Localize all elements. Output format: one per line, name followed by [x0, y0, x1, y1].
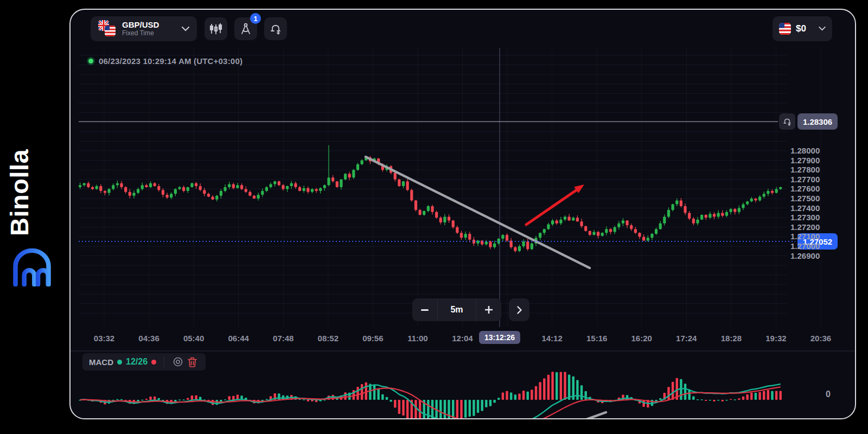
trading-panel: GBP/USD Fixed Time 1	[69, 9, 856, 419]
time-axis-label: 06:44	[228, 334, 248, 343]
time-axis-label: 16:20	[631, 334, 652, 343]
time-axis-label: 05:40	[183, 334, 204, 343]
time-axis-label: 08:52	[318, 334, 339, 343]
time-axis-label: 14:12	[541, 334, 562, 343]
plus-icon	[485, 306, 493, 314]
remove-indicator-button[interactable]	[185, 355, 199, 369]
interval-control: 5m	[412, 298, 501, 321]
macd-params: 12/26	[126, 357, 148, 367]
macd-label: MACD	[89, 358, 113, 367]
macd-legend: MACD 12/26	[82, 353, 206, 371]
time-axis-label: 15:16	[586, 334, 607, 343]
time-axis-label: 20:36	[810, 334, 831, 343]
interval-label[interactable]: 5m	[437, 298, 476, 321]
eye-icon	[173, 356, 183, 367]
time-axis-label: 09:56	[362, 334, 383, 343]
binolla-logo-icon	[9, 244, 55, 286]
macd-line-dot-icon	[117, 360, 122, 365]
selected-time-label: 13:12:26	[479, 331, 520, 344]
macd-zero-label: 0	[826, 390, 831, 399]
zoom-in-button[interactable]	[476, 298, 501, 321]
chevron-right-icon	[517, 306, 522, 314]
time-axis-label: 03:32	[94, 334, 114, 343]
go-to-latest-button[interactable]	[509, 298, 529, 321]
brand-name: Binolla	[4, 95, 34, 236]
time-axis-label: 12:04	[452, 334, 473, 343]
toggle-visibility-button[interactable]	[171, 355, 185, 369]
trash-icon	[188, 357, 197, 367]
brand-sidebar: Binolla	[0, 0, 65, 434]
time-axis-label: 07:48	[273, 334, 293, 343]
time-axis-label: 17:24	[676, 334, 697, 343]
time-axis-label: 11:00	[407, 334, 428, 343]
time-axis-label: 04:36	[138, 334, 159, 343]
time-axis-label: 19:32	[765, 334, 786, 343]
signal-line-dot-icon	[151, 360, 156, 365]
legend-divider	[164, 356, 164, 367]
time-axis-label: 18:28	[721, 334, 742, 343]
minus-icon	[421, 309, 429, 311]
zoom-out-button[interactable]	[412, 298, 437, 321]
